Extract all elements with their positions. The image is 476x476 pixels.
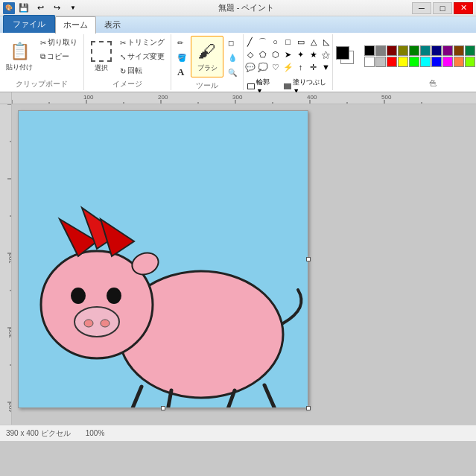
pencil-icon: ✏ xyxy=(177,39,183,47)
tab-view[interactable]: 表示 xyxy=(96,16,129,33)
color-swatch-3[interactable] xyxy=(398,45,408,56)
tools-label: ツール xyxy=(174,79,240,91)
color-swatch-8[interactable] xyxy=(454,45,464,56)
color-swatch-16[interactable] xyxy=(398,57,408,67)
copy-button[interactable]: ⧉ コピー xyxy=(37,50,80,63)
color-picker-button[interactable]: 💧 xyxy=(225,51,240,64)
rotate-icon: ↻ xyxy=(120,67,126,75)
shape-call1[interactable]: 💬 xyxy=(244,61,256,73)
paste-button[interactable]: 📋 貼り付け xyxy=(3,36,36,77)
color-swatch-4[interactable] xyxy=(409,45,419,56)
canvas-handle-corner[interactable] xyxy=(306,406,311,410)
svg-text:200: 200 xyxy=(158,94,168,101)
resize-button[interactable]: ⤡ サイズ変更 xyxy=(117,50,168,63)
resize-icon: ⤡ xyxy=(120,53,126,61)
paint-canvas[interactable] xyxy=(18,110,308,408)
fill-button[interactable]: 🪣 xyxy=(174,51,189,64)
maximize-button[interactable]: □ xyxy=(433,2,452,14)
rotate-button[interactable]: ↻ 回転 xyxy=(117,64,168,77)
svg-rect-0 xyxy=(12,92,476,104)
save-button[interactable]: 💾 xyxy=(16,1,31,15)
shape-rect[interactable]: □ xyxy=(282,36,294,48)
shape-line[interactable]: ╱ xyxy=(244,36,256,48)
shape-triangle[interactable]: △ xyxy=(308,36,320,48)
shape-call2[interactable]: 💭 xyxy=(257,61,269,73)
cut-icon: ✂ xyxy=(40,39,46,47)
color-swatch-5[interactable] xyxy=(420,45,431,56)
color-swatch-2[interactable] xyxy=(387,45,397,56)
shape-rounded-rect[interactable]: ▭ xyxy=(295,36,307,48)
outline-icon xyxy=(247,83,255,89)
pencil-button[interactable]: ✏ xyxy=(174,36,189,49)
shapes-grid: ╱ ⌒ ○ □ ▭ △ ◺ ◇ ⬠ ⬡ ➤ ✦ ★ ⚝ 💬 💭 ♡ ⚡ xyxy=(244,36,332,73)
eraser-button[interactable]: ◻ xyxy=(225,36,240,49)
undo-button[interactable]: ↩ xyxy=(33,1,48,15)
shape-right-triangle[interactable]: ◺ xyxy=(320,36,332,48)
color1-swatch[interactable] xyxy=(336,46,349,60)
brush-icon: 🖌 xyxy=(198,41,216,62)
tab-file[interactable]: ファイル xyxy=(3,15,55,33)
eraser-icon: ◻ xyxy=(228,39,234,47)
redo-button[interactable]: ↪ xyxy=(49,1,64,15)
shape-diamond[interactable]: ◇ xyxy=(244,48,256,60)
shape-lightning[interactable]: ⚡ xyxy=(282,61,294,73)
shape-star6[interactable]: ⚝ xyxy=(320,48,332,60)
svg-text:300: 300 xyxy=(232,94,243,101)
shape-right-arrow[interactable]: ➤ xyxy=(282,48,294,60)
shape-heart[interactable]: ♡ xyxy=(270,61,282,73)
shape-arrow4[interactable]: ✛ xyxy=(308,61,320,73)
trim-button[interactable]: ✂ トリミング xyxy=(117,36,168,49)
canvas-dimensions: 390 x 400 ピクセル xyxy=(6,428,71,439)
svg-text:400: 400 xyxy=(307,94,317,101)
color-swatch-21[interactable] xyxy=(454,57,464,67)
canvas-area: 100 200 300 400 500 xyxy=(0,92,476,425)
select-button[interactable]: 選択 xyxy=(87,36,115,77)
magnify-button[interactable]: 🔍 xyxy=(225,66,240,79)
svg-text:500: 500 xyxy=(381,94,392,101)
brush-button[interactable]: 🖌 ブラシ xyxy=(191,36,223,77)
canvas-wrapper xyxy=(18,110,308,408)
shape-star4[interactable]: ✦ xyxy=(295,48,307,60)
color-swatch-15[interactable] xyxy=(387,57,397,67)
color-swatch-20[interactable] xyxy=(442,57,453,67)
shape-star5[interactable]: ★ xyxy=(308,48,320,60)
shape-arrow-up[interactable]: ↑ xyxy=(295,61,307,73)
canvas-handle-right[interactable] xyxy=(306,257,311,261)
shape-pentagon[interactable]: ⬠ xyxy=(257,48,269,60)
shape-oval[interactable]: ○ xyxy=(270,36,282,48)
svg-point-39 xyxy=(107,288,121,304)
color-swatch-9[interactable] xyxy=(465,45,475,56)
color-swatch-13[interactable] xyxy=(364,57,375,67)
text-button[interactable]: A xyxy=(174,66,189,79)
color-swatch-17[interactable] xyxy=(409,57,419,67)
fill-icon: 🪣 xyxy=(177,54,186,62)
quick-access-dropdown[interactable]: ▼ xyxy=(66,1,80,15)
shape-hexagon[interactable]: ⬡ xyxy=(270,48,282,60)
color-swatch-6[interactable] xyxy=(431,45,442,56)
canvas-with-ruler: 100 200 300 400 xyxy=(0,104,476,425)
canvas-handle-bottom[interactable] xyxy=(161,406,165,410)
ruler-vertical: 100 200 300 400 xyxy=(0,104,12,425)
shape-curve[interactable]: ⌒ xyxy=(257,36,269,48)
tab-home[interactable]: ホーム xyxy=(55,16,96,34)
color-swatch-22[interactable] xyxy=(465,57,475,67)
color-swatch-14[interactable] xyxy=(375,57,386,67)
color-picker-icon: 💧 xyxy=(228,54,237,62)
shape-more[interactable]: ▼ xyxy=(320,61,332,73)
status-bar: 390 x 400 ピクセル 100% xyxy=(0,425,476,441)
color-swatch-7[interactable] xyxy=(442,45,453,56)
color-swatch-1[interactable] xyxy=(375,45,386,56)
canvas-scroll[interactable] xyxy=(12,104,476,425)
color-swatch-19[interactable] xyxy=(431,57,442,67)
minimize-button[interactable]: ─ xyxy=(412,2,431,14)
image-label: イメージ xyxy=(87,77,168,89)
color-swatch-18[interactable] xyxy=(420,57,431,67)
clipboard-label: クリップボード xyxy=(3,77,80,89)
cut-button[interactable]: ✂ 切り取り xyxy=(37,36,80,49)
close-button[interactable]: ✕ xyxy=(454,2,473,14)
quick-access-toolbar: 🎨 💾 ↩ ↪ ▼ 無題 - ペイント ─ □ ✕ xyxy=(0,0,476,16)
color-label: 色 xyxy=(336,77,476,89)
color-swatch-0[interactable] xyxy=(364,45,375,56)
ribbon-tabs: ファイル ホーム 表示 xyxy=(0,16,476,33)
color-group: 色の編集 色 xyxy=(333,34,476,90)
